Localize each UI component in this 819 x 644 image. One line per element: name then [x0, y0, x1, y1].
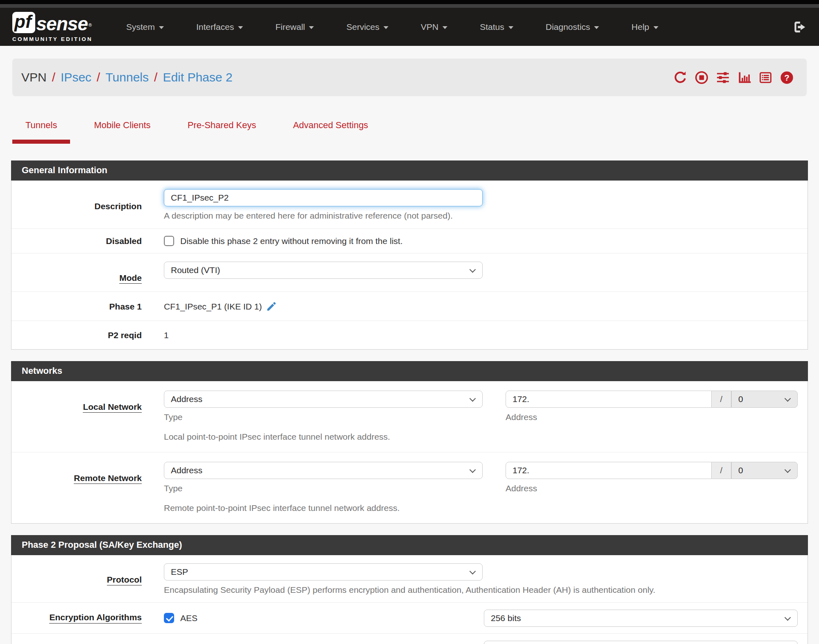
local-network-help: Local point-to-point IPsec interface tun…	[164, 432, 798, 442]
caret-down-icon	[594, 26, 599, 29]
breadcrumb-link-edit-phase-2[interactable]: Edit Phase 2	[163, 70, 232, 84]
menu-firewall[interactable]: Firewall	[275, 22, 314, 32]
panel-networks: Networks Local Network Address Type /	[11, 361, 808, 524]
menu-help[interactable]: Help	[631, 22, 658, 32]
caret-down-icon	[442, 26, 447, 29]
local-network-prefix-select[interactable]: 0	[731, 391, 798, 408]
p2-reqid-value: 1	[164, 330, 169, 340]
page-action-icons: ?	[674, 71, 794, 84]
local-network-slash-addon: /	[712, 391, 731, 408]
local-network-address-help: Address	[506, 412, 798, 422]
stop-service-icon[interactable]	[695, 71, 708, 84]
encryption-aes128gcm-row: AES128-GCM Auto	[11, 634, 808, 644]
encryption-algorithms-label: Encryption Algorithms	[11, 603, 142, 633]
remote-network-type-select[interactable]: Address	[164, 462, 483, 479]
aes-checkbox-label: AES	[180, 613, 197, 623]
breadcrumb-vpn: VPN	[21, 70, 47, 84]
mode-label: Mode	[11, 262, 142, 283]
menu-vpn[interactable]: VPN	[421, 22, 447, 32]
remote-network-row: Remote Network Address Type / 0	[11, 452, 808, 523]
svg-text:?: ?	[784, 72, 790, 82]
caret-down-icon	[238, 26, 243, 29]
caret-down-icon	[159, 26, 164, 29]
encryption-algorithms-label-spacer	[11, 634, 142, 644]
mode-select[interactable]: Routed (VTI)	[164, 262, 483, 279]
tab-tunnels[interactable]: Tunnels	[12, 113, 70, 144]
chevron-down-icon	[785, 614, 791, 621]
remote-network-type-help: Type	[164, 484, 483, 493]
pfsense-logo-pf: pf	[12, 12, 35, 33]
sign-out-icon[interactable]	[792, 20, 807, 34]
chevron-down-icon	[785, 467, 791, 473]
menu-services[interactable]: Services	[346, 22, 388, 32]
caret-down-icon	[309, 26, 314, 29]
aes-keylen-select[interactable]: 256 bits	[484, 610, 798, 627]
remote-network-help: Remote point-to-point IPsec interface tu…	[164, 503, 798, 513]
description-help: A description may be entered here for ad…	[164, 211, 798, 221]
tab-advanced-settings[interactable]: Advanced Settings	[280, 113, 381, 144]
mode-row: Mode Routed (VTI)	[11, 253, 808, 292]
phase1-value: CF1_IPsec_P1 (IKE ID 1)	[164, 302, 262, 312]
sliders-icon[interactable]	[716, 71, 730, 84]
caret-down-icon	[653, 26, 658, 29]
encryption-aes-row: Encryption Algorithms AES 256 bits	[11, 603, 808, 634]
pfsense-logo-reg: ®	[88, 17, 92, 33]
breadcrumb-separator: /	[97, 70, 100, 84]
remote-network-address-help: Address	[506, 484, 798, 493]
disabled-checkbox[interactable]	[164, 236, 174, 246]
phase1-label: Phase 1	[11, 301, 142, 312]
navbar: pf sense ® COMMUNITY EDITION System Inte…	[0, 8, 819, 46]
pfsense-logo-edition: COMMUNITY EDITION	[12, 36, 93, 42]
refresh-icon[interactable]	[674, 71, 687, 84]
window-title-strip	[0, 4, 819, 8]
breadcrumb-link-ipsec[interactable]: IPsec	[61, 70, 91, 84]
description-row: Description A description may be entered…	[11, 181, 808, 229]
description-input[interactable]	[164, 189, 483, 206]
local-network-row: Local Network Address Type / 0	[11, 381, 808, 452]
aes-checkbox[interactable]	[164, 613, 174, 623]
log-list-icon[interactable]	[759, 71, 772, 84]
chevron-down-icon	[470, 395, 476, 402]
disabled-label: Disabled	[11, 229, 142, 253]
protocol-label: Protocol	[11, 563, 142, 595]
breadcrumb-link-tunnels[interactable]: Tunnels	[105, 70, 149, 84]
chevron-down-icon	[470, 568, 476, 575]
breadcrumb-separator: /	[154, 70, 157, 84]
disabled-checkbox-label: Disable this phase 2 entry without remov…	[180, 236, 403, 246]
description-label: Description	[11, 189, 142, 221]
local-network-type-select[interactable]: Address	[164, 391, 483, 408]
edit-phase1-pencil-icon[interactable]	[266, 301, 277, 312]
remote-network-prefix-select[interactable]: 0	[731, 462, 798, 479]
panel-title: Phase 2 Proposal (SA/Key Exchange)	[11, 535, 808, 555]
chevron-down-icon	[470, 467, 476, 473]
menu-interfaces[interactable]: Interfaces	[196, 22, 243, 32]
pfsense-logo[interactable]: pf sense ® COMMUNITY EDITION	[12, 12, 93, 42]
local-network-label: Local Network	[11, 391, 142, 442]
breadcrumb-separator: /	[52, 70, 55, 84]
menu-diagnostics[interactable]: Diagnostics	[546, 22, 599, 32]
status-graph-icon[interactable]	[737, 71, 751, 84]
panel-general-information: General Information Description A descri…	[11, 160, 808, 350]
breadcrumb: VPN / IPsec / Tunnels / Edit Phase 2	[21, 70, 233, 84]
tab-mobile-clients[interactable]: Mobile Clients	[81, 113, 163, 144]
protocol-row: Protocol ESP Encapsulating Security Payl…	[11, 555, 808, 603]
tab-bar: Tunnels Mobile Clients Pre-Shared Keys A…	[12, 113, 819, 144]
aes128gcm-keylen-select[interactable]: Auto	[484, 641, 798, 644]
disabled-row: Disabled Disable this phase 2 entry with…	[11, 229, 808, 253]
pfsense-logo-sense: sense	[36, 14, 88, 33]
tab-pre-shared-keys[interactable]: Pre-Shared Keys	[175, 113, 270, 144]
remote-network-address-input[interactable]	[506, 462, 712, 479]
caret-down-icon	[508, 26, 513, 29]
local-network-address-input[interactable]	[506, 391, 712, 408]
help-icon[interactable]: ?	[780, 71, 794, 84]
p2-reqid-row: P2 reqid 1	[11, 321, 808, 349]
protocol-help: Encapsulating Security Payload (ESP) per…	[164, 585, 798, 595]
protocol-select[interactable]: ESP	[164, 563, 483, 581]
window-top-strip	[0, 0, 819, 4]
chevron-down-icon	[785, 395, 791, 402]
panel-phase2-proposal: Phase 2 Proposal (SA/Key Exchange) Proto…	[11, 535, 808, 644]
chevron-down-icon	[470, 267, 476, 273]
panel-title: Networks	[11, 361, 808, 381]
menu-status[interactable]: Status	[480, 22, 513, 32]
menu-system[interactable]: System	[126, 22, 164, 32]
